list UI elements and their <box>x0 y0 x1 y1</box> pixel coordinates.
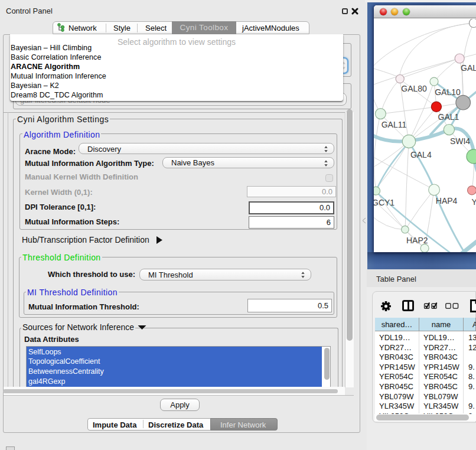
svg-text:GAL4: GAL4 <box>410 150 432 159</box>
svg-text:GAL1: GAL1 <box>438 112 459 122</box>
svg-text:GAL7: GAL7 <box>461 63 476 73</box>
svg-text:GAL80: GAL80 <box>401 84 427 93</box>
svg-text:HAP4: HAP4 <box>436 196 458 206</box>
svg-text:GAL10: GAL10 <box>435 87 461 97</box>
svg-text:GCY1: GCY1 <box>374 198 395 207</box>
svg-text:Y: Y <box>471 197 476 207</box>
svg-text:GAL11: GAL11 <box>382 120 407 129</box>
svg-text:SWI4: SWI4 <box>450 136 470 146</box>
svg-text:HAP2: HAP2 <box>406 236 428 245</box>
